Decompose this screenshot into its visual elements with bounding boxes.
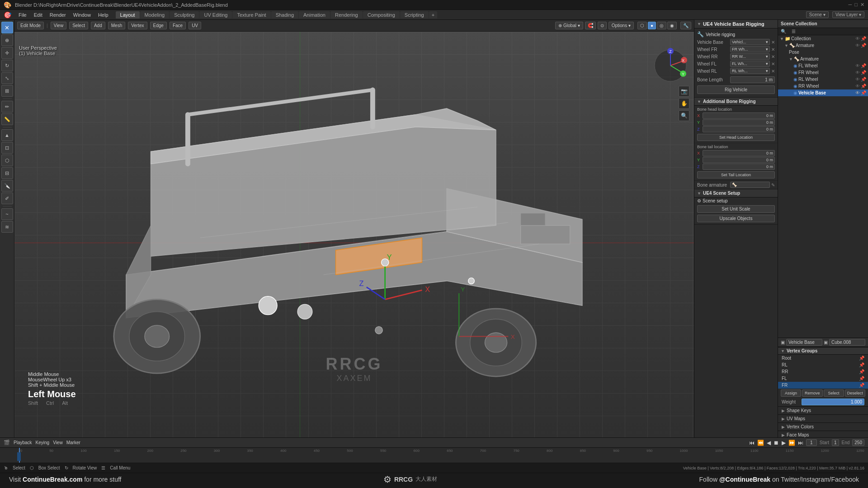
vertex-groups-header[interactable]: ▼ Vertex Groups	[778, 347, 868, 355]
vg-assign-btn[interactable]: Assign	[781, 389, 801, 397]
jump-end-btn[interactable]: ⏭	[798, 440, 803, 446]
tab-rendering[interactable]: Rendering	[330, 11, 363, 19]
transform-tool-btn[interactable]: ⊞	[1, 85, 13, 97]
viewport-uv-btn[interactable]: UV	[189, 22, 201, 29]
menu-file[interactable]: File	[15, 11, 30, 19]
viewport-mesh-btn[interactable]: Mesh	[108, 22, 125, 29]
vehicle-base-pin[interactable]: 📌	[861, 90, 866, 95]
edit-mode-selector[interactable]: Edit Mode	[17, 22, 44, 29]
viewport-select-btn[interactable]: Select	[69, 22, 88, 29]
menu-render[interactable]: Render	[46, 11, 70, 19]
head-y-value[interactable]: 0 m	[703, 119, 775, 126]
fl-wheel-pin[interactable]: 📌	[861, 63, 866, 68]
vg-item-rr[interactable]: RR 📌	[778, 368, 868, 375]
viewport-face-btn[interactable]: Face	[170, 22, 186, 29]
step-back-btn[interactable]: ⏪	[757, 440, 764, 446]
tail-y-value[interactable]: 0 m	[703, 157, 775, 163]
viewport-edge-btn[interactable]: Edge	[150, 22, 167, 29]
vehicle-base-dropdown[interactable]: Vehicl...▾	[730, 39, 770, 45]
timeline-view-btn[interactable]: View	[53, 440, 63, 445]
mesh-name-display[interactable]: Cube.008	[829, 339, 865, 346]
proportional-btn[interactable]: ⊙	[598, 22, 607, 29]
vg-item-root[interactable]: Root 📌	[778, 355, 868, 361]
marker-btn[interactable]: Marker	[66, 440, 80, 445]
move-tool-btn[interactable]: ✛	[1, 47, 13, 59]
menu-help[interactable]: Help	[94, 11, 112, 19]
collection-eye-icon[interactable]: 👁	[855, 36, 860, 41]
tree-item-fl-wheel[interactable]: ◉ FL Wheel 👁 📌	[778, 62, 868, 69]
vg-deselect-btn[interactable]: Deselect	[845, 389, 865, 397]
nav-gizmo[interactable]: X Y Z	[652, 47, 689, 84]
tree-item-armature-sub[interactable]: ▼ 🦴 Armature	[778, 56, 868, 62]
tail-z-value[interactable]: 0 m	[703, 164, 775, 170]
zoom-btn[interactable]: 🔍	[679, 110, 689, 121]
selected-frame-block[interactable]	[17, 452, 21, 461]
vg-item-fl[interactable]: FL 📌	[778, 375, 868, 382]
vehicle-base-close[interactable]: ✕	[771, 40, 775, 45]
fl-wheel-eye[interactable]: 👁	[855, 63, 860, 68]
wheel-fl-dropdown[interactable]: FL Wh...▾	[730, 61, 770, 67]
select-tool-btn[interactable]: ✕	[1, 22, 13, 33]
snap-btn[interactable]: 🧲	[585, 22, 596, 29]
viewport-view-btn[interactable]: View	[51, 22, 67, 29]
weight-value[interactable]: 1.000	[802, 399, 864, 405]
bone-armature-value[interactable]: 🦴	[730, 182, 770, 188]
additional-bone-header[interactable]: ▼ Additional Bone Rigging	[694, 98, 778, 106]
polypen-tool-btn[interactable]: ✐	[1, 192, 13, 204]
rr-wheel-pin[interactable]: 📌	[861, 84, 866, 89]
stop-btn[interactable]: ⏹	[774, 440, 779, 446]
tab-sculpting[interactable]: Sculpting	[170, 11, 199, 19]
head-z-value[interactable]: 0 m	[703, 126, 775, 132]
step-fwd-btn[interactable]: ⏩	[788, 440, 795, 446]
options-btn[interactable]: Options ▾	[609, 22, 634, 29]
set-unit-scale-button[interactable]: Set Unit Scale	[697, 205, 775, 213]
bone-length-value[interactable]: 1 m	[730, 76, 775, 83]
vg-root-pin[interactable]: 📌	[859, 356, 864, 361]
extrude-tool-btn[interactable]: ▲	[1, 129, 13, 141]
inset-tool-btn[interactable]: ⊡	[1, 142, 13, 154]
tree-item-armature[interactable]: ▼ 🦴 Armature 👁 📌	[778, 42, 868, 49]
tab-texture-paint[interactable]: Texture Paint	[232, 11, 270, 19]
vg-fl-pin[interactable]: 📌	[859, 376, 864, 381]
ue4-scene-setup-header[interactable]: ▼ UE4 Scene Setup	[694, 189, 778, 197]
tab-scripting[interactable]: Scripting	[400, 11, 429, 19]
tree-item-fr-wheel[interactable]: ◉ FR Wheel 👁 📌	[778, 69, 868, 76]
bone-armature-edit[interactable]: ✎	[771, 183, 775, 188]
shading-material-btn[interactable]: ◎	[657, 22, 666, 29]
annotate-tool-btn[interactable]: ✏	[1, 101, 13, 113]
viewport[interactable]: Edit Mode | View Select Add Mesh Vertex …	[14, 20, 694, 437]
knife-tool-btn[interactable]: 🔪	[1, 180, 13, 192]
face-maps-section[interactable]: ▶ Face Maps	[778, 431, 868, 437]
vg-select-btn[interactable]: Select	[824, 389, 844, 397]
vg-rl-pin[interactable]: 📌	[859, 362, 864, 367]
tree-item-rl-wheel[interactable]: ◉ RL Wheel 👁 📌	[778, 76, 868, 83]
start-value[interactable]: 1	[832, 439, 839, 446]
tab-add[interactable]: +	[429, 11, 437, 19]
tab-modeling[interactable]: Modeling	[140, 11, 170, 19]
vertex-colors-section[interactable]: ▶ Vertex Colors	[778, 422, 868, 431]
uv-maps-section[interactable]: ▶ UV Maps	[778, 414, 868, 422]
maximize-btn[interactable]: □	[854, 2, 858, 8]
wheel-rr-dropdown[interactable]: RR W...▾	[730, 53, 770, 60]
wheel-fl-close[interactable]: ✕	[771, 61, 775, 66]
playback-btn[interactable]: Playback	[14, 440, 32, 445]
tree-item-vehicle-base[interactable]: ◉ Vehicle Base 👁 📌	[778, 89, 868, 96]
bevel-tool-btn[interactable]: ⬡	[1, 155, 13, 166]
vg-remove-btn[interactable]: Remove	[802, 389, 822, 397]
hand-btn[interactable]: ✋	[679, 98, 689, 109]
tail-x-value[interactable]: 0 m	[703, 150, 775, 156]
tab-compositing[interactable]: Compositing	[363, 11, 400, 19]
tab-shading[interactable]: Shading	[271, 11, 298, 19]
rl-wheel-pin[interactable]: 📌	[861, 77, 866, 82]
wheel-fr-dropdown[interactable]: FR Wh...▾	[730, 46, 770, 52]
viewport-vertex-btn[interactable]: Vertex	[128, 22, 147, 29]
relax-tool-btn[interactable]: ≋	[1, 221, 13, 233]
end-value[interactable]: 250	[852, 439, 864, 446]
jump-start-btn[interactable]: ⏮	[749, 440, 755, 446]
tab-animation[interactable]: Animation	[299, 11, 330, 19]
menu-edit[interactable]: Edit	[30, 11, 46, 19]
minimize-btn[interactable]: ─	[849, 2, 852, 8]
camera-btn[interactable]: 📷	[679, 86, 689, 97]
wheel-rr-close[interactable]: ✕	[771, 54, 775, 59]
object-name-display[interactable]: Vehicle Base	[786, 339, 822, 346]
